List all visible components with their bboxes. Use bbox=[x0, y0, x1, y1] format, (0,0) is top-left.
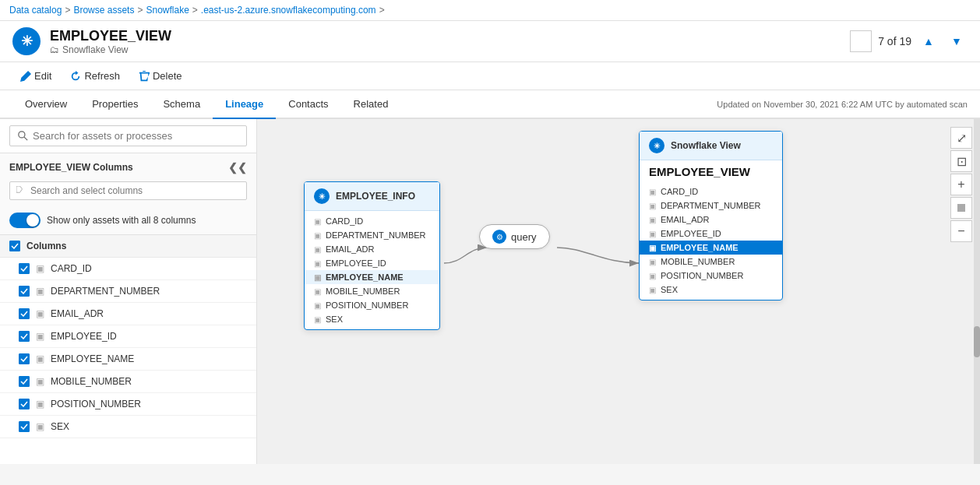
list-item[interactable]: ▣ MOBILE_NUMBER bbox=[0, 371, 256, 393]
source-field-sex: ▣ SEX bbox=[305, 312, 439, 326]
source-field-emp-id: ▣ EMPLOYEE_ID bbox=[305, 256, 439, 270]
list-item[interactable]: ▣ SEX bbox=[0, 416, 256, 438]
query-label: query bbox=[511, 231, 537, 243]
col-checkbox-dept-num[interactable] bbox=[19, 286, 30, 297]
breadcrumb-data-catalog[interactable]: Data catalog bbox=[9, 5, 62, 16]
edit-button[interactable]: Edit bbox=[12, 67, 59, 85]
target-field-position: ▣ POSITION_NUMBER bbox=[640, 269, 782, 283]
col-checkbox-emp-id[interactable] bbox=[19, 331, 30, 342]
breadcrumb-browse-assets[interactable]: Browse assets bbox=[73, 5, 134, 16]
col-name: EMAIL_ADR bbox=[51, 308, 104, 319]
show-assets-toggle[interactable] bbox=[9, 213, 41, 228]
svg-line-1 bbox=[24, 137, 27, 140]
vertical-scrollbar[interactable] bbox=[974, 119, 980, 464]
target-field-mobile: ▣ MOBILE_NUMBER bbox=[640, 255, 782, 269]
refresh-icon bbox=[70, 71, 81, 82]
tab-schema[interactable]: Schema bbox=[150, 90, 213, 119]
target-field-sex: ▣ SEX bbox=[640, 283, 782, 297]
main-content: EMPLOYEE_VIEW Columns ❮❮ Show only asset… bbox=[0, 119, 980, 464]
columns-panel-header: EMPLOYEE_VIEW Columns ❮❮ bbox=[0, 153, 256, 178]
nav-next-button[interactable]: ▼ bbox=[946, 30, 968, 52]
svg-point-0 bbox=[19, 132, 25, 138]
collapse-button[interactable]: ❮❮ bbox=[228, 161, 247, 174]
expand-button[interactable]: ⤢ bbox=[950, 127, 972, 149]
updated-text: Updated on November 30, 2021 6:22 AM UTC… bbox=[717, 92, 968, 117]
list-item[interactable]: ▣ EMPLOYEE_ID bbox=[0, 325, 256, 348]
delete-icon bbox=[139, 71, 150, 82]
field-icon: ▣ bbox=[649, 202, 656, 210]
col-checkbox-emp-name[interactable] bbox=[19, 353, 30, 364]
source-snowflake-icon: ✳ bbox=[314, 188, 330, 204]
toggle-row: Show only assets with all 8 columns bbox=[0, 206, 256, 235]
col-checkbox-card-id[interactable] bbox=[19, 263, 30, 274]
nav-prev-button[interactable]: ▲ bbox=[918, 30, 939, 52]
field-icon: ▣ bbox=[314, 231, 321, 240]
col-name: EMPLOYEE_NAME bbox=[51, 353, 134, 364]
col-checkbox-email[interactable] bbox=[19, 308, 30, 319]
source-card-header: ✳ EMPLOYEE_INFO bbox=[305, 182, 439, 211]
breadcrumb: Data catalog > Browse assets > Snowflake… bbox=[0, 0, 980, 21]
target-card-header-text: Snowflake View bbox=[671, 140, 741, 151]
target-field-email: ▣ EMAIL_ADR bbox=[640, 213, 782, 227]
breadcrumb-snowflake[interactable]: Snowflake bbox=[146, 5, 189, 16]
field-icon: ▣ bbox=[314, 301, 321, 310]
asset-counter: 7 of 19 bbox=[878, 35, 911, 47]
source-field-card-id: ▣ CARD_ID bbox=[305, 214, 439, 228]
field-icon: ▣ bbox=[649, 244, 656, 252]
left-panel: EMPLOYEE_VIEW Columns ❮❮ Show only asset… bbox=[0, 119, 257, 464]
lineage-target-card[interactable]: ✳ Snowflake View EMPLOYEE_VIEW ▣ CARD_ID… bbox=[639, 131, 783, 300]
tab-lineage[interactable]: Lineage bbox=[213, 90, 276, 119]
field-icon: ▣ bbox=[649, 188, 656, 196]
tab-related[interactable]: Related bbox=[341, 90, 401, 119]
field-icon: ▣ bbox=[649, 272, 656, 280]
subtitle-icon: 🗂 bbox=[50, 44, 59, 55]
col-checkbox-mobile[interactable] bbox=[19, 376, 30, 387]
column-list: Columns ▣ CARD_ID ▣ DEPARTMENT_NUMBER bbox=[0, 235, 256, 464]
list-item[interactable]: ▣ POSITION_NUMBER bbox=[0, 393, 256, 416]
list-item[interactable]: ▣ CARD_ID bbox=[0, 258, 256, 280]
search-input[interactable] bbox=[33, 130, 238, 142]
col-type-icon: ▣ bbox=[36, 353, 44, 364]
breadcrumb-connection[interactable]: .east-us-2.azure.snowflakecomputing.com bbox=[201, 5, 376, 16]
refresh-button[interactable]: Refresh bbox=[62, 67, 128, 85]
source-field-dept-num: ▣ DEPARTMENT_NUMBER bbox=[305, 228, 439, 242]
source-field-mobile: ▣ MOBILE_NUMBER bbox=[305, 284, 439, 298]
search-icon bbox=[18, 131, 28, 141]
column-search-area bbox=[0, 178, 256, 206]
lineage-source-card[interactable]: ✳ EMPLOYEE_INFO ▣ CARD_ID ▣ DEPARTMENT_N… bbox=[304, 181, 440, 330]
search-input-wrap bbox=[9, 125, 247, 146]
list-item[interactable]: ▣ EMPLOYEE_NAME bbox=[0, 348, 256, 371]
tab-overview[interactable]: Overview bbox=[12, 90, 79, 119]
col-checkbox-position[interactable] bbox=[19, 399, 30, 409]
columns-select-all-checkbox[interactable] bbox=[9, 241, 20, 251]
query-node[interactable]: ⚙ query bbox=[479, 224, 550, 249]
tabs-bar: Overview Properties Schema Lineage Conta… bbox=[0, 90, 980, 119]
column-search-input[interactable] bbox=[30, 185, 240, 196]
field-icon: ▣ bbox=[649, 230, 656, 238]
col-type-icon: ▣ bbox=[36, 286, 44, 297]
columns-header-row: Columns bbox=[0, 235, 256, 258]
tab-contacts[interactable]: Contacts bbox=[276, 90, 340, 119]
zoom-scroll-indicator bbox=[950, 197, 972, 219]
col-name: EMPLOYEE_ID bbox=[51, 331, 117, 342]
lineage-canvas-panel[interactable]: ✳ EMPLOYEE_INFO ▣ CARD_ID ▣ DEPARTMENT_N… bbox=[257, 119, 980, 464]
query-circle-icon: ⚙ bbox=[492, 230, 506, 244]
toolbar: Edit Refresh Delete bbox=[0, 62, 980, 90]
zoom-in-button[interactable]: + bbox=[950, 174, 972, 195]
scrollbar-thumb[interactable] bbox=[974, 326, 980, 357]
source-field-emp-name-highlighted: ▣ EMPLOYEE_NAME bbox=[305, 270, 439, 284]
list-item[interactable]: ▣ EMAIL_ADR bbox=[0, 303, 256, 325]
list-item[interactable]: ▣ DEPARTMENT_NUMBER bbox=[0, 280, 256, 303]
tab-properties[interactable]: Properties bbox=[79, 90, 150, 119]
delete-button[interactable]: Delete bbox=[131, 67, 190, 85]
col-checkbox-sex[interactable] bbox=[19, 421, 30, 432]
nav-box bbox=[850, 30, 872, 52]
target-field-emp-name-highlighted: ▣ EMPLOYEE_NAME bbox=[640, 241, 782, 255]
target-card-title: EMPLOYEE_VIEW bbox=[640, 160, 782, 181]
page-title: EMPLOYEE_VIEW bbox=[50, 28, 171, 44]
field-icon: ▣ bbox=[649, 258, 656, 266]
column-search-icon bbox=[16, 186, 26, 195]
zoom-out-button[interactable]: − bbox=[950, 220, 972, 242]
col-type-icon: ▣ bbox=[36, 331, 44, 342]
fit-button[interactable]: ⊡ bbox=[950, 150, 972, 172]
